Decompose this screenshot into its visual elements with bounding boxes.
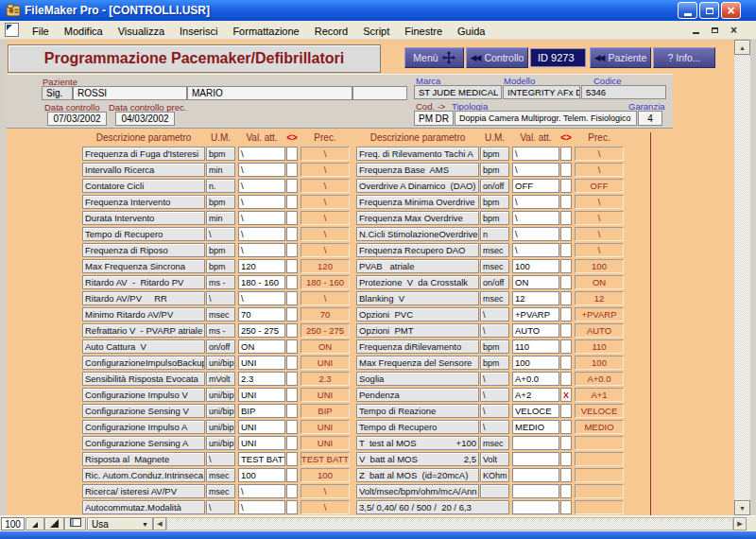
param-diff-field[interactable]: [286, 291, 298, 305]
param-prev-field[interactable]: VELOCE: [575, 404, 624, 418]
param-prev-field[interactable]: \: [301, 227, 350, 241]
status-area-toggle-button[interactable]: [64, 517, 86, 530]
param-value-field[interactable]: \: [238, 195, 285, 209]
param-prev-field[interactable]: ON: [575, 275, 624, 289]
param-diff-field[interactable]: [560, 195, 572, 209]
param-diff-field[interactable]: [286, 500, 298, 514]
param-value-field[interactable]: +PVARP: [512, 307, 559, 322]
param-diff-field[interactable]: [560, 452, 572, 466]
param-value-field[interactable]: 120: [238, 259, 285, 273]
param-value-field[interactable]: 2.3: [238, 372, 285, 386]
param-diff-field[interactable]: [560, 404, 572, 418]
param-diff-field[interactable]: [560, 372, 572, 386]
mdi-restore-button[interactable]: [709, 24, 721, 36]
param-diff-field[interactable]: [560, 307, 572, 322]
restore-button[interactable]: [699, 2, 719, 19]
param-value-field[interactable]: MEDIO: [512, 420, 559, 434]
data-controllo-field[interactable]: 07/03/2002: [47, 112, 107, 126]
param-prev-field[interactable]: 250 - 275: [301, 323, 350, 338]
param-diff-field[interactable]: [286, 179, 298, 193]
param-prev-field[interactable]: ON: [301, 339, 350, 354]
param-diff-field[interactable]: [286, 436, 298, 450]
param-prev-field[interactable]: \: [575, 227, 624, 241]
layout-selector[interactable]: Usa ▼: [87, 517, 153, 530]
param-value-field[interactable]: \: [512, 243, 559, 257]
param-value-field[interactable]: 100: [512, 356, 559, 370]
param-diff-field[interactable]: [560, 163, 572, 177]
param-diff-field[interactable]: [560, 275, 572, 289]
param-value-field[interactable]: VELOCE: [512, 404, 559, 418]
param-value-field[interactable]: \: [238, 500, 285, 514]
param-value-field[interactable]: 180 - 160: [238, 275, 285, 289]
param-prev-field[interactable]: UNI: [301, 436, 350, 450]
param-value-field[interactable]: \: [238, 163, 285, 177]
param-diff-field[interactable]: [286, 468, 298, 482]
param-prev-field[interactable]: [575, 500, 624, 514]
param-value-field[interactable]: A+0.0: [512, 372, 559, 386]
param-diff-field[interactable]: [286, 323, 298, 338]
param-value-field[interactable]: UNI: [238, 436, 285, 450]
param-value-field[interactable]: [512, 500, 559, 514]
param-value-field[interactable]: [512, 484, 559, 498]
param-value-field[interactable]: 100: [238, 468, 285, 482]
mdi-close-button[interactable]: ×: [728, 24, 740, 36]
param-diff-field[interactable]: [286, 243, 298, 257]
info-button[interactable]: ? Info...: [653, 47, 715, 68]
param-value-field[interactable]: \: [512, 195, 559, 209]
param-value-field[interactable]: ON: [238, 339, 285, 354]
param-prev-field[interactable]: 70: [301, 307, 350, 322]
param-prev-field[interactable]: 2.3: [301, 372, 350, 386]
param-prev-field[interactable]: A+0.0: [575, 372, 624, 386]
param-prev-field[interactable]: A+1: [575, 388, 624, 402]
param-diff-field[interactable]: [286, 388, 298, 402]
menu-script[interactable]: Script: [355, 24, 397, 39]
scroll-left-button[interactable]: ◀: [153, 517, 166, 530]
menu-record[interactable]: Record: [307, 24, 355, 39]
scroll-down-button[interactable]: ▼: [734, 500, 750, 515]
param-diff-field[interactable]: [286, 404, 298, 418]
param-diff-field[interactable]: [560, 211, 572, 225]
controllo-button[interactable]: ◀◀ Controllo: [466, 47, 528, 68]
menu-file[interactable]: File: [25, 24, 57, 39]
param-prev-field[interactable]: 110: [575, 339, 624, 354]
param-value-field[interactable]: \: [512, 147, 559, 161]
menu-modifica[interactable]: Modifica: [57, 24, 111, 39]
zoom-in-button[interactable]: [44, 517, 64, 530]
param-diff-field[interactable]: [560, 179, 572, 193]
param-diff-field[interactable]: [286, 163, 298, 177]
param-prev-field[interactable]: \: [575, 147, 624, 161]
zoom-out-button[interactable]: [26, 517, 44, 530]
param-prev-field[interactable]: UNI: [301, 356, 350, 370]
param-value-field[interactable]: OFF: [512, 179, 559, 193]
param-diff-field[interactable]: [286, 484, 298, 498]
param-value-field[interactable]: [512, 452, 559, 466]
minimize-button[interactable]: [678, 2, 697, 19]
param-prev-field[interactable]: 100: [575, 356, 624, 370]
param-value-field[interactable]: TEST BATT: [238, 452, 285, 466]
garanzia-field[interactable]: 4: [638, 111, 662, 126]
param-prev-field[interactable]: UNI: [301, 420, 350, 434]
patient-extra-field[interactable]: [352, 86, 407, 100]
modello-field[interactable]: INTEGRITY AFx DR: [503, 85, 580, 99]
data-controllo-prec-field[interactable]: 04/03/2002: [115, 112, 175, 126]
param-prev-field[interactable]: \: [575, 195, 624, 209]
patient-title-field[interactable]: Sig.: [42, 86, 73, 100]
param-prev-field[interactable]: \: [301, 195, 350, 209]
param-prev-field[interactable]: [575, 436, 624, 450]
zoom-level-field[interactable]: 100: [1, 517, 25, 530]
param-diff-field[interactable]: [286, 195, 298, 209]
param-prev-field[interactable]: [575, 484, 624, 498]
param-diff-field[interactable]: [560, 227, 572, 241]
param-value-field[interactable]: \: [238, 147, 285, 161]
param-prev-field[interactable]: 120: [301, 259, 350, 273]
record-id-field[interactable]: ID 9273: [530, 48, 586, 67]
param-diff-field[interactable]: X: [560, 388, 572, 402]
param-value-field[interactable]: \: [512, 163, 559, 177]
param-prev-field[interactable]: AUTO: [575, 323, 624, 338]
scroll-right-button[interactable]: ▶: [733, 517, 747, 530]
vertical-scrollbar[interactable]: ▲ ▼: [734, 40, 750, 515]
menu-button[interactable]: Menù: [404, 47, 464, 68]
param-diff-field[interactable]: [286, 356, 298, 370]
param-value-field[interactable]: 100: [512, 259, 559, 273]
marca-field[interactable]: ST JUDE MEDICAL: [414, 85, 502, 99]
